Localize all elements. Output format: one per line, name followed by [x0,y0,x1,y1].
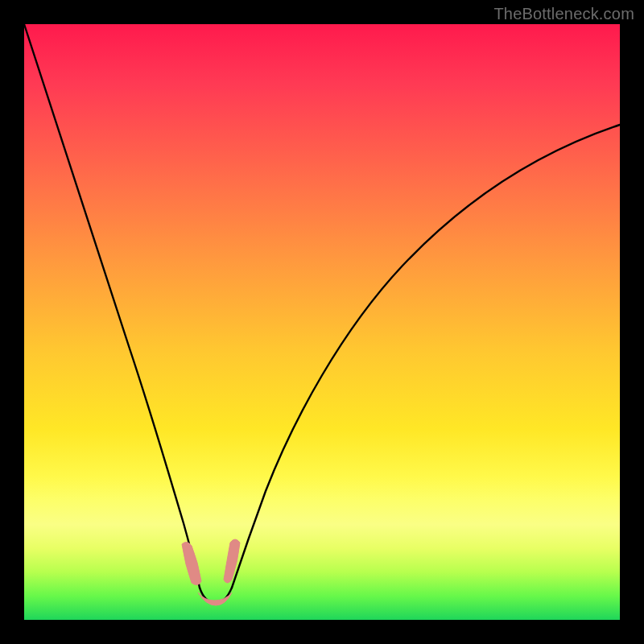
curve-left-branch [24,24,200,588]
marker-left [182,542,201,584]
plot-area [24,24,620,620]
curve-right-branch [232,125,620,588]
marker-right [224,539,240,583]
bottleneck-curve [24,24,620,620]
trough-markers [182,539,240,605]
watermark-text: TheBottleneck.com [493,5,634,23]
chart-frame: TheBottleneck.com [0,0,644,644]
